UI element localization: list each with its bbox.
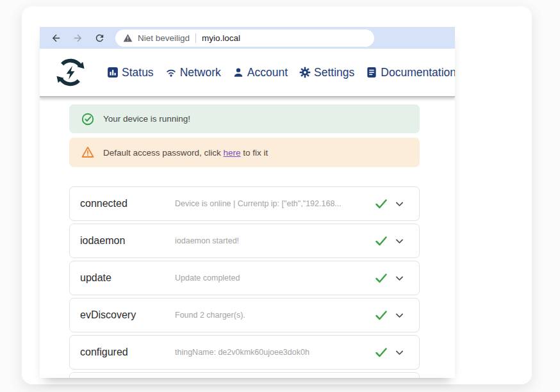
nav-item-documentation[interactable]: Documentation — [365, 66, 455, 79]
nav-item-settings[interactable]: Settings — [299, 66, 354, 79]
nav-items: Status Network Account — [106, 66, 455, 79]
bar-chart-icon — [106, 66, 119, 79]
check-icon — [374, 307, 389, 323]
status-row-detail: Found 2 charger(s). — [175, 311, 374, 320]
nav-item-label: Account — [247, 66, 288, 79]
url-text: myio.local — [202, 33, 240, 43]
status-row-name: connected — [80, 198, 175, 209]
status-row-iodaemon[interactable]: iodaemon iodaemon started! — [69, 224, 420, 258]
back-button[interactable] — [47, 29, 64, 46]
arrow-right-icon — [72, 33, 83, 44]
nav-item-network[interactable]: Network — [165, 66, 221, 79]
check-icon — [374, 270, 389, 286]
warning-triangle-icon — [81, 145, 95, 159]
status-row-partial — [69, 372, 420, 378]
check-icon — [374, 345, 389, 360]
screenshot-card: Niet beveiligd myio.local — [22, 6, 532, 384]
check-circle-icon — [81, 112, 95, 126]
address-bar[interactable]: Niet beveiligd myio.local — [115, 29, 374, 47]
brand-logo[interactable] — [52, 54, 89, 91]
reload-icon — [94, 33, 105, 44]
check-icon — [374, 233, 389, 249]
nav-item-label: Settings — [314, 66, 354, 79]
warning-alert: Default access password, click here to f… — [69, 138, 420, 167]
status-row-name: iodaemon — [80, 235, 175, 247]
nav-item-account[interactable]: Account — [232, 66, 288, 79]
gear-icon — [299, 66, 311, 79]
status-list: connected Device is online | Currentp ip… — [69, 186, 420, 378]
warning-triangle-icon — [123, 33, 133, 43]
nav-item-label: Documentation — [381, 66, 455, 79]
nav-item-label: Status — [122, 66, 154, 79]
chevron-down-icon[interactable] — [394, 347, 405, 358]
sync-bolt-logo-icon — [53, 54, 88, 90]
nav-item-label: Network — [180, 66, 221, 79]
warning-alert-text: Default access password, click here to f… — [103, 148, 268, 158]
security-label: Niet beveiligd — [138, 33, 190, 43]
chevron-down-icon[interactable] — [394, 236, 405, 247]
success-alert: Your device is running! — [69, 104, 420, 133]
fix-password-link[interactable]: here — [224, 148, 241, 158]
status-row-update[interactable]: update Update completed — [69, 261, 420, 295]
address-divider — [195, 33, 196, 43]
site-navbar: Status Network Account — [40, 49, 455, 97]
status-row-evdiscovery[interactable]: evDiscovery Found 2 charger(s). — [69, 298, 420, 332]
nav-item-status[interactable]: Status — [106, 66, 154, 79]
chevron-down-icon[interactable] — [394, 273, 405, 284]
reload-button[interactable] — [91, 29, 108, 46]
wifi-icon — [165, 66, 177, 79]
chevron-down-icon[interactable] — [394, 199, 405, 209]
status-row-name: configured — [80, 347, 175, 358]
browser-window: Niet beveiligd myio.local — [40, 27, 455, 378]
person-icon — [232, 66, 245, 79]
forward-button[interactable] — [69, 29, 86, 46]
status-row-name: evDiscovery — [80, 309, 175, 321]
status-row-name: update — [80, 272, 175, 284]
status-row-configured[interactable]: configured thingName: de2v0kmk60ujoee3do… — [69, 335, 420, 370]
success-alert-text: Your device is running! — [103, 114, 190, 124]
chevron-down-icon[interactable] — [394, 310, 405, 321]
status-row-detail: iodaemon started! — [175, 236, 374, 245]
status-row-detail: thingName: de2v0kmk60ujoee3dok0h — [175, 348, 374, 357]
journal-icon — [365, 66, 378, 79]
check-icon — [374, 196, 389, 211]
browser-toolbar: Niet beveiligd myio.local — [40, 27, 455, 49]
status-row-connected[interactable]: connected Device is online | Currentp ip… — [69, 186, 420, 221]
status-row-detail: Update completed — [175, 274, 374, 282]
arrow-left-icon — [51, 33, 62, 44]
status-row-detail: Device is online | Currentp ip: ["eth","… — [175, 199, 374, 208]
